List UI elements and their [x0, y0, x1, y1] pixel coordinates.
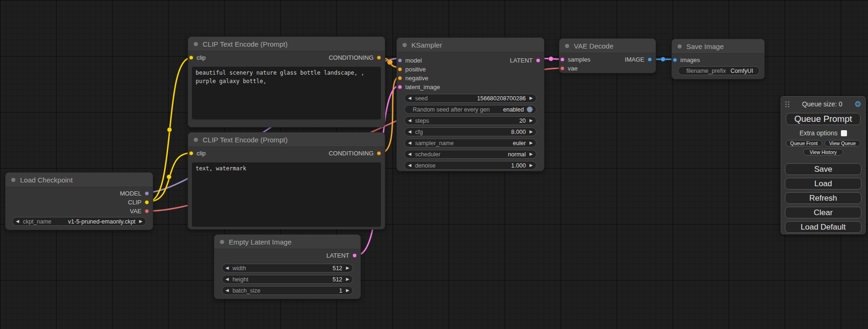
increment-arrow-icon[interactable]: ▶: [529, 96, 533, 100]
node-ksampler[interactable]: KSampler model LATENT positive negative …: [396, 37, 544, 171]
load-button[interactable]: Load: [785, 178, 861, 189]
decrement-arrow-icon[interactable]: ◀: [226, 277, 229, 281]
increment-arrow-icon[interactable]: ▶: [139, 219, 142, 224]
decrement-arrow-icon[interactable]: ◀: [16, 219, 19, 224]
collapse-dot-icon[interactable]: [677, 44, 682, 49]
node-empty-latent-image[interactable]: Empty Latent Image LATENT ◀ width 512 ▶ …: [214, 234, 361, 299]
random-seed-toggle[interactable]: [527, 106, 533, 112]
ckpt-name-widget[interactable]: ◀ ckpt_name v1-5-pruned-emaonly.ckpt ▶: [12, 217, 146, 226]
input-slot-latent-image[interactable]: latent_image: [398, 84, 440, 91]
node-titlebar[interactable]: KSampler: [397, 38, 544, 52]
refresh-button[interactable]: Refresh: [785, 192, 861, 204]
conditioning-slot-dot[interactable]: [377, 151, 381, 155]
output-slot-image[interactable]: IMAGE: [625, 56, 652, 63]
collapse-dot-icon[interactable]: [220, 240, 224, 244]
input-slot-samples[interactable]: samples: [560, 56, 590, 63]
increment-arrow-icon[interactable]: ▶: [346, 277, 349, 281]
seed-widget[interactable]: ◀ seed 156680208700286 ▶: [404, 94, 536, 103]
increment-arrow-icon[interactable]: ▶: [529, 119, 533, 123]
node-vae-decode[interactable]: VAE Decode samples IMAGE vae: [559, 38, 656, 73]
decrement-arrow-icon[interactable]: ◀: [226, 288, 229, 293]
input-slot-negative[interactable]: negative: [398, 75, 428, 82]
queue-front-button[interactable]: Queue Front: [786, 140, 822, 147]
batch-size-widget[interactable]: ◀ batch_size 1 ▶: [222, 286, 353, 295]
input-slot-model[interactable]: model: [398, 57, 422, 64]
view-queue-button[interactable]: View Queue: [825, 140, 861, 147]
decrement-arrow-icon[interactable]: ◀: [408, 152, 411, 156]
input-slot-images[interactable]: images: [673, 56, 700, 63]
output-slot-latent[interactable]: LATENT: [510, 57, 540, 64]
steps-widget[interactable]: ◀ steps 20 ▶: [404, 116, 536, 125]
decrement-arrow-icon[interactable]: ◀: [408, 141, 411, 145]
increment-arrow-icon[interactable]: ▶: [346, 266, 349, 270]
height-widget[interactable]: ◀ height 512 ▶: [222, 275, 353, 284]
latent-slot-dot[interactable]: [353, 253, 357, 258]
latent-slot-dot[interactable]: [536, 58, 540, 63]
clip-slot-dot[interactable]: [189, 56, 193, 60]
conditioning-slot-dot[interactable]: [377, 56, 381, 60]
random-seed-widget[interactable]: Random seed after every gen enabled: [404, 105, 536, 114]
node-save-image[interactable]: Save Image images filename_prefix ComfyU…: [671, 39, 765, 79]
save-button[interactable]: Save: [785, 163, 861, 175]
node-titlebar[interactable]: CLIP Text Encode (Prompt): [188, 133, 385, 147]
cfg-widget[interactable]: ◀ cfg 8.000 ▶: [404, 127, 536, 136]
node-load-checkpoint[interactable]: Load Checkpoint MODEL CLIP VAE ◀ ckpt_na…: [5, 172, 153, 230]
output-slot-model[interactable]: MODEL: [120, 190, 149, 197]
latent-slot-dot[interactable]: [560, 57, 565, 62]
output-slot-clip[interactable]: CLIP: [128, 199, 149, 206]
filename-prefix-widget[interactable]: filename_prefix ComfyUI: [678, 66, 760, 75]
increment-arrow-icon[interactable]: ▶: [529, 130, 533, 134]
input-slot-clip[interactable]: clip: [189, 150, 206, 157]
width-widget[interactable]: ◀ width 512 ▶: [222, 264, 353, 273]
output-slot-vae[interactable]: VAE: [130, 208, 149, 215]
vae-slot-dot[interactable]: [145, 209, 149, 213]
latent-slot-dot[interactable]: [398, 85, 402, 89]
settings-gear-icon[interactable]: ⚙: [854, 100, 861, 108]
output-slot-conditioning[interactable]: CONDITIONING: [329, 150, 381, 157]
node-titlebar[interactable]: CLIP Text Encode (Prompt): [188, 37, 385, 51]
node-titlebar[interactable]: Save Image: [672, 39, 764, 54]
view-history-button[interactable]: View History: [803, 149, 843, 155]
input-slot-clip[interactable]: clip: [189, 54, 206, 61]
image-slot-dot[interactable]: [648, 57, 652, 62]
collapse-dot-icon[interactable]: [402, 43, 407, 47]
extra-options-checkbox[interactable]: [841, 130, 847, 136]
collapse-dot-icon[interactable]: [565, 44, 569, 48]
input-slot-positive[interactable]: positive: [398, 66, 426, 73]
node-titlebar[interactable]: VAE Decode: [559, 39, 656, 53]
increment-arrow-icon[interactable]: ▶: [529, 141, 533, 145]
load-default-button[interactable]: Load Default: [785, 221, 861, 233]
clear-button[interactable]: Clear: [785, 207, 861, 218]
positive-prompt-textbox[interactable]: beautiful scenery nature glass bottle la…: [192, 67, 381, 119]
collapse-dot-icon[interactable]: [11, 178, 15, 182]
increment-arrow-icon[interactable]: ▶: [529, 163, 533, 168]
decrement-arrow-icon[interactable]: ◀: [408, 163, 411, 168]
sampler-name-widget[interactable]: ◀ sampler_name euler ▶: [404, 139, 536, 147]
node-titlebar[interactable]: Load Checkpoint: [6, 173, 153, 187]
output-slot-conditioning[interactable]: CONDITIONING: [329, 54, 381, 61]
collapse-dot-icon[interactable]: [194, 138, 198, 142]
conditioning-slot-dot[interactable]: [398, 76, 402, 80]
decrement-arrow-icon[interactable]: ◀: [408, 119, 411, 123]
node-clip-text-encode-positive[interactable]: CLIP Text Encode (Prompt) clip CONDITION…: [188, 36, 385, 127]
output-slot-latent[interactable]: LATENT: [326, 252, 357, 259]
clip-slot-dot[interactable]: [145, 200, 149, 204]
model-slot-dot[interactable]: [145, 191, 149, 196]
node-clip-text-encode-negative[interactable]: CLIP Text Encode (Prompt) clip CONDITION…: [188, 132, 385, 230]
decrement-arrow-icon[interactable]: ◀: [408, 96, 411, 100]
increment-arrow-icon[interactable]: ▶: [529, 152, 533, 156]
increment-arrow-icon[interactable]: ▶: [346, 288, 349, 293]
image-slot-dot[interactable]: [673, 58, 677, 62]
queue-prompt-button[interactable]: Queue Prompt: [786, 113, 861, 125]
collapse-dot-icon[interactable]: [194, 42, 198, 46]
denoise-widget[interactable]: ◀ denoise 1.000 ▶: [404, 161, 536, 170]
decrement-arrow-icon[interactable]: ◀: [408, 130, 411, 134]
clip-slot-dot[interactable]: [189, 151, 193, 155]
drag-handle-icon[interactable]: [785, 101, 790, 108]
conditioning-slot-dot[interactable]: [398, 67, 402, 71]
vae-slot-dot[interactable]: [560, 66, 565, 70]
scheduler-widget[interactable]: ◀ scheduler normal ▶: [404, 150, 536, 159]
decrement-arrow-icon[interactable]: ◀: [226, 266, 229, 270]
input-slot-vae[interactable]: vae: [560, 65, 578, 72]
negative-prompt-textbox[interactable]: text, watermark: [192, 162, 381, 227]
